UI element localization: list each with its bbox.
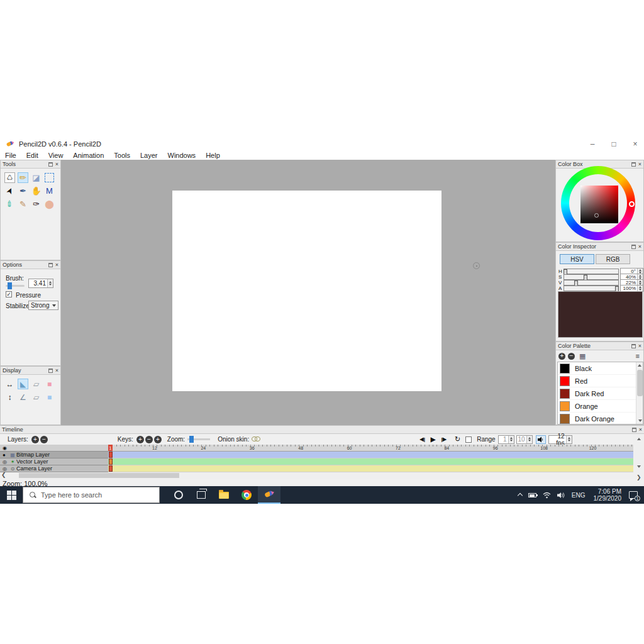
cortana-button[interactable]	[167, 486, 190, 504]
layer-track[interactable]	[108, 458, 633, 465]
float-icon[interactable]	[631, 344, 636, 348]
layer-track[interactable]	[108, 452, 633, 458]
language-indicator[interactable]: ENG	[572, 492, 586, 499]
remove-key-button[interactable]: −	[145, 436, 153, 443]
frame-ruler[interactable]: 1224364860728496108120 1	[108, 445, 633, 452]
timeline-titlebar[interactable]: Timeline ×	[0, 426, 644, 434]
keyframe-marker[interactable]	[109, 465, 113, 472]
display-panel-titlebar[interactable]: Display ×	[1, 367, 60, 375]
display-option-button[interactable]: ■	[44, 379, 55, 389]
remove-color-button[interactable]: −	[568, 353, 575, 360]
slider-track[interactable]	[564, 280, 619, 286]
display-option-button[interactable]: ■	[44, 392, 55, 402]
prev-frame-button[interactable]: ◀|	[418, 435, 427, 444]
wifi-button[interactable]	[543, 492, 551, 499]
slider-track[interactable]	[564, 286, 619, 291]
close-icon[interactable]: ×	[55, 162, 58, 167]
scroll-up-icon[interactable]	[638, 364, 641, 367]
tool-button[interactable]: ⬤	[44, 199, 55, 209]
display-option-button[interactable]: ▱	[31, 379, 42, 389]
close-button[interactable]: ×	[631, 140, 639, 148]
remove-layer-button[interactable]: −	[40, 436, 48, 443]
layer-header[interactable]: ● ▦ Bitmap Layer	[0, 452, 108, 458]
display-option-button[interactable]: ▱	[31, 392, 42, 402]
fps-spinbox[interactable]: 12 fps	[548, 435, 572, 444]
scroll-right-icon[interactable]: ❯	[636, 474, 641, 480]
task-view-button[interactable]	[190, 486, 213, 504]
keyframe-marker[interactable]	[109, 452, 113, 458]
timeline-zoom-slider[interactable]	[187, 438, 210, 440]
tool-button[interactable]: ➤	[4, 186, 15, 196]
color-inspector-titlebar[interactable]: Color Inspector ×	[556, 243, 643, 251]
range-checkbox[interactable]	[465, 436, 472, 443]
close-icon[interactable]: ×	[639, 428, 642, 432]
stabilizer-dropdown[interactable]: Strong	[28, 301, 58, 310]
tool-button[interactable]: ✒	[18, 186, 28, 196]
menu-item[interactable]: File	[0, 152, 21, 159]
range-end-spinbox[interactable]: 10	[516, 435, 533, 444]
tool-button[interactable]: ✋	[31, 186, 42, 196]
tool-button[interactable]: ♺	[4, 172, 15, 183]
layer-header[interactable]: ◎ ✶ Vector Layer	[0, 458, 108, 465]
layer-visibility-icon[interactable]: ◎	[3, 466, 9, 472]
palette-color-item[interactable]: Red	[558, 375, 643, 387]
scroll-up-icon[interactable]	[637, 438, 641, 440]
menu-item[interactable]: Tools	[109, 152, 135, 159]
display-option-button[interactable]: ◣	[18, 379, 28, 389]
menu-item[interactable]: Edit	[21, 152, 43, 159]
spin-buttons[interactable]	[526, 436, 532, 443]
canvas-area[interactable]	[61, 160, 555, 425]
float-icon[interactable]	[632, 428, 636, 432]
start-button[interactable]	[0, 486, 23, 504]
minimize-button[interactable]: –	[589, 140, 596, 148]
hscroll-thumb[interactable]	[19, 473, 179, 478]
onion-skin-icon[interactable]	[252, 436, 262, 442]
timeline-zoom-handle[interactable]	[189, 436, 194, 443]
volume-button[interactable]	[557, 492, 565, 499]
hue-selector[interactable]	[629, 201, 635, 207]
menu-item[interactable]: Layer	[135, 152, 163, 159]
visibility-all-icon[interactable]: ◉	[3, 445, 9, 451]
drawing-canvas[interactable]	[172, 191, 441, 391]
color-palette-titlebar[interactable]: Color Palette ×	[556, 342, 643, 350]
scroll-down-icon[interactable]	[637, 465, 641, 468]
float-icon[interactable]	[631, 162, 636, 167]
duplicate-key-button[interactable]: +	[154, 436, 162, 443]
scroll-down-icon[interactable]	[638, 419, 642, 422]
close-icon[interactable]: ×	[638, 245, 641, 249]
sound-button[interactable]	[536, 435, 546, 444]
add-layer-button[interactable]: +	[31, 436, 39, 443]
tool-button[interactable]: M	[44, 186, 55, 196]
tool-button[interactable]: ✑	[31, 199, 42, 209]
saturation-value-square[interactable]	[580, 186, 618, 223]
menu-item[interactable]: Help	[201, 152, 225, 159]
scroll-left-icon[interactable]: ❮	[1, 472, 6, 478]
layer-visibility-icon[interactable]: ●	[3, 452, 9, 458]
palette-color-item[interactable]: Dark Orange	[558, 413, 643, 425]
play-button[interactable]: ▶	[428, 435, 438, 444]
palette-color-item[interactable]: Dark Red	[558, 387, 643, 400]
menu-item[interactable]: Windows	[163, 152, 201, 159]
close-icon[interactable]: ×	[55, 263, 58, 267]
brush-slider-handle[interactable]	[8, 282, 12, 289]
tool-button[interactable]: ✐	[4, 199, 15, 209]
notification-button[interactable]: 1	[629, 491, 638, 499]
title-bar[interactable]: Pencil2D v0.6.4 - Pencil2D – □ ×	[0, 137, 644, 151]
menu-item[interactable]: Animation	[68, 152, 109, 159]
float-icon[interactable]	[48, 369, 53, 373]
tool-button[interactable]: ✏	[18, 172, 28, 183]
current-frame-marker[interactable]: 1	[108, 445, 113, 452]
sv-selector[interactable]	[594, 213, 599, 218]
tool-button[interactable]	[45, 173, 54, 182]
pressure-checkbox[interactable]: ✓	[6, 291, 12, 297]
tools-panel-titlebar[interactable]: Tools ×	[1, 160, 60, 169]
layer-header[interactable]: ◎ ⊙ Camera Layer	[0, 465, 108, 472]
brush-size-spinbox[interactable]: 3.41	[28, 279, 53, 288]
taskbar-search[interactable]: Type here to search	[23, 487, 160, 503]
list-view-icon[interactable]: ≡	[636, 352, 640, 360]
slider-track[interactable]	[564, 269, 619, 274]
file-explorer-button[interactable]	[213, 486, 235, 504]
spin-buttons[interactable]	[566, 436, 572, 443]
next-frame-button[interactable]: |▶	[439, 435, 448, 444]
spin-buttons[interactable]	[47, 279, 53, 287]
